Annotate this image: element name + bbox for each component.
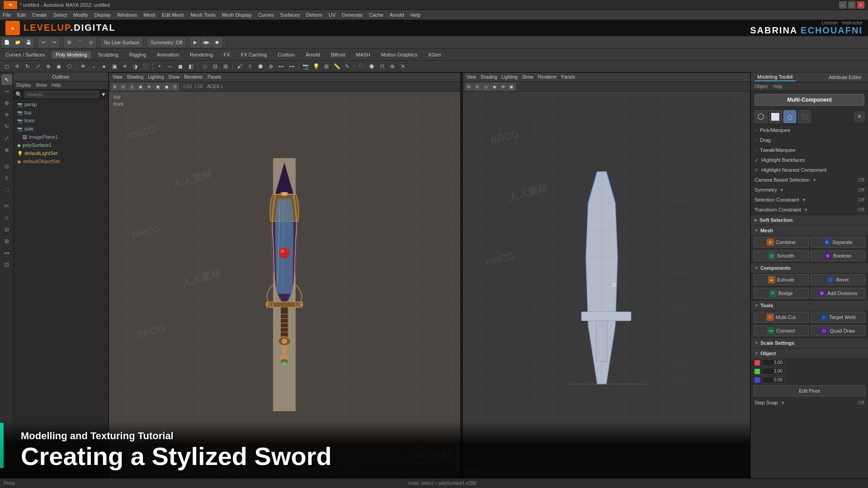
quad-draw-button[interactable]: ⊡ Quad Draw [811, 325, 866, 336]
menu-file[interactable]: File [3, 12, 11, 18]
scale-y-input[interactable] [762, 368, 784, 375]
menu-deform[interactable]: Deform [306, 12, 322, 18]
camera-icon[interactable]: 📷 [301, 61, 311, 71]
move-tool-icon[interactable]: ✛ [12, 61, 22, 71]
menu-surfaces[interactable]: Surfaces [280, 12, 300, 18]
right-vp-renderer[interactable]: Renderer [538, 75, 557, 80]
collapse-icon[interactable]: ⊕ [387, 61, 397, 71]
paint-weight-icon[interactable]: 🖌 [235, 61, 245, 71]
help-tab[interactable]: Help [773, 84, 783, 89]
search-clear-icon[interactable]: ▼ [101, 91, 106, 98]
menu-curves[interactable]: Curves [258, 12, 274, 18]
radio-drag[interactable]: ○ [755, 138, 757, 143]
bevel-icon[interactable]: ⬣ [367, 61, 377, 71]
outliner-item-objectset[interactable]: ◉ defaultObjectSet [14, 157, 108, 165]
object-subsection-header[interactable]: ▼ Object [751, 348, 868, 358]
multicut-button[interactable]: ⊹ [1, 212, 12, 223]
menu-mesh[interactable]: Mesh [143, 12, 156, 18]
render-button[interactable]: ▶ [190, 38, 200, 47]
outliner-item-imageplane[interactable]: 🖼 imagePlane1 [14, 133, 108, 141]
sculpt-icon[interactable]: ◊ [245, 61, 255, 71]
edge-mode-button[interactable]: ⬜ [769, 110, 782, 123]
object-mode-button[interactable]: ⬛ [798, 110, 811, 123]
multi-component-button[interactable]: Multi-Component [755, 94, 864, 106]
poly-face-icon[interactable]: ◼ [175, 61, 185, 71]
menu-edit[interactable]: Edit [17, 12, 26, 18]
tab-xgen[interactable]: XGen [425, 51, 444, 58]
transform-constraint-dropdown[interactable]: ▼ [804, 207, 808, 212]
vp-shading-menu[interactable]: Shading [127, 75, 144, 80]
scale-settings-header[interactable]: ▼ Scale Settings [751, 338, 868, 348]
extrude-button[interactable]: ▲ Extrude [754, 274, 809, 285]
target-weld-button[interactable]: ⊹ Target Weld [811, 312, 866, 323]
delete-edge-icon[interactable]: ✕ [398, 61, 408, 71]
bridge-button[interactable]: ⊓ Bridge [754, 288, 809, 299]
symmetry-dropdown[interactable]: ▼ [780, 188, 784, 192]
smooth-button[interactable]: ◎ Smooth [754, 250, 809, 261]
soft-selection-header[interactable]: ▶ Soft Selection [751, 215, 868, 225]
right-vp-panels[interactable]: Panels [561, 75, 576, 80]
select-tool-icon[interactable]: ◻ [2, 61, 12, 71]
menu-mesh-tools[interactable]: Mesh Tools [190, 12, 215, 18]
right-vp-view[interactable]: View [467, 75, 476, 80]
vp-show-menu[interactable]: Show [168, 75, 179, 80]
menu-edit-mesh[interactable]: Edit Mesh [162, 12, 184, 18]
symmetry-label[interactable]: Symmetry: Off [147, 38, 185, 47]
close-button[interactable]: ✕ [857, 1, 864, 9]
redo-button[interactable]: ↪ [49, 38, 59, 47]
menu-uv[interactable]: UV [329, 12, 335, 18]
cluster-icon[interactable]: ⊛ [266, 61, 276, 71]
tab-bifrost[interactable]: Bifrost [327, 51, 349, 58]
attribute-editor-tab[interactable]: Attribute Editor [826, 74, 864, 81]
soft-mod-tool-button[interactable]: ◎ [1, 161, 12, 172]
annotation-icon[interactable]: ✎ [342, 61, 352, 71]
move-tool-button[interactable]: ✛ [1, 109, 12, 120]
menu-generate[interactable]: Generate [342, 12, 363, 18]
right-vp-show[interactable]: Show [522, 75, 533, 80]
tab-custom[interactable]: Custom [274, 51, 298, 58]
outliner-item-persp[interactable]: 📷 persp [14, 100, 108, 108]
check-highlight-nearest[interactable]: ✓ [755, 167, 759, 173]
search-input[interactable] [24, 91, 99, 98]
face-mode-button[interactable]: ◇ [783, 110, 796, 123]
outliner-item-top[interactable]: 📷 top [14, 108, 108, 117]
vertex-mode-button[interactable]: ⬡ [755, 110, 767, 123]
sculpt-tool-button[interactable]: ◊ [1, 173, 12, 183]
vp-renderer-menu[interactable]: Renderer [184, 75, 203, 80]
scale-tool-icon[interactable]: ⤢ [33, 61, 43, 71]
universal-tool-button[interactable]: ⊗ [1, 145, 12, 155]
maximize-button[interactable]: □ [848, 1, 855, 9]
radio-tweak[interactable]: ○ [755, 148, 757, 153]
tab-rendering[interactable]: Rendering [186, 51, 217, 58]
light-icon[interactable]: ☀ [120, 61, 130, 71]
tab-curves-surfaces[interactable]: Curves / Surfaces [2, 51, 48, 58]
tab-animation[interactable]: Animation [153, 51, 183, 58]
step-snap-dropdown[interactable]: ▼ [780, 400, 785, 405]
object-tab[interactable]: Object [755, 84, 768, 89]
bridge-icon[interactable]: ⊓ [377, 61, 387, 71]
insert-edge-loop-button[interactable]: ⊟ [1, 224, 12, 235]
window-controls[interactable]: ─ □ ✕ [839, 1, 864, 9]
tab-motion-graphics[interactable]: Motion Graphics [377, 51, 421, 58]
rvp-tool2[interactable]: ⊟ [473, 83, 481, 91]
multi-cut-button[interactable]: ✄ Multi-Cut [754, 312, 809, 323]
tab-poly-modeling[interactable]: Poly Modeling [52, 51, 90, 58]
universal-manip-icon[interactable]: ⊕ [43, 61, 53, 71]
add-divisions-button[interactable]: ⊞ Add Divisions [811, 288, 866, 299]
shadow-icon[interactable]: ◑ [130, 61, 140, 71]
menu-modify[interactable]: Modify [73, 12, 88, 18]
mesh-section-header[interactable]: ▼ Mesh [751, 225, 868, 235]
ik-icon[interactable]: ⊶ [287, 61, 297, 71]
right-vp-shading[interactable]: Shading [481, 75, 497, 80]
vp-tool1[interactable]: ⊞ [111, 83, 119, 91]
relax-tool-button[interactable]: ◌ [1, 184, 12, 195]
snap-point-button[interactable]: ◎ [86, 38, 96, 47]
select-tool-button[interactable]: ↖ [1, 74, 12, 85]
lasso-tool-button[interactable]: ⊸ [1, 86, 12, 97]
paint-select-button[interactable]: ⊕ [1, 98, 12, 108]
save-scene-button[interactable]: 💾 [24, 38, 33, 47]
check-highlight-backfaces[interactable]: ✓ [755, 157, 759, 163]
rvp-tool1[interactable]: ⊞ [465, 83, 473, 91]
vp-tool8[interactable]: ☰ [171, 83, 179, 91]
snap-curve-button[interactable]: ⌒ [75, 38, 85, 47]
